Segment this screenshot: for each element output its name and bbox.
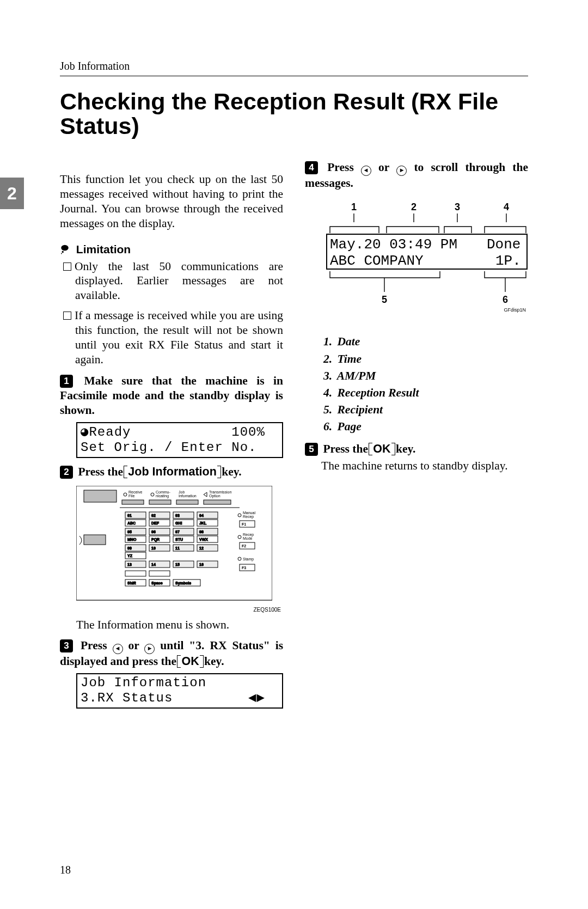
svg-marker-16 [204,492,207,497]
svg-text:Transmission: Transmission [209,490,231,494]
left-arrow-icon: ◂ [113,644,123,654]
figure-code: ZEQS100E [76,607,281,613]
callout-label: Time [338,352,362,365]
svg-text:Receive: Receive [128,490,142,494]
svg-text:GFdisp1N: GFdisp1N [504,307,526,313]
left-column: This function let you check up on the la… [60,160,283,713]
svg-text:GHI: GHI [175,521,182,525]
svg-text:Mode: Mode [243,536,253,540]
limitation-list: Only the last 50 communications are disp… [60,259,283,367]
svg-text:01: 01 [127,514,132,517]
svg-point-89 [238,557,241,560]
svg-text:ABC: ABC [127,521,136,525]
callout-item: 4. Reception Result [323,385,528,401]
svg-text:May.20 03:49 PM: May.20 03:49 PM [330,236,457,253]
svg-text:Option: Option [209,494,220,498]
limitation-text: Only the last 50 communications are disp… [75,260,283,302]
svg-text:10: 10 [151,546,156,550]
callout-item: 6. Page [323,418,528,435]
svg-rect-72 [149,571,170,576]
svg-text:Manual: Manual [243,511,255,515]
svg-text:Recep: Recep [243,515,254,519]
bullet-box-icon [63,263,71,271]
limitation-item: Only the last 50 communications are disp… [60,259,283,303]
svg-text:PQR: PQR [151,538,160,542]
svg-text:05: 05 [127,530,132,534]
right-arrow-icon: ▸ [396,166,407,176]
after-panel-text: The Information menu is shown. [76,618,283,632]
svg-text:11: 11 [175,546,180,550]
limitation-label: Limitation [76,243,131,255]
lcd-percent: 100% [231,425,265,440]
svg-text:15: 15 [175,563,180,566]
callout-item: 5. Recipient [323,401,528,418]
svg-text:Done: Done [487,236,520,253]
svg-text:F3: F3 [242,566,246,570]
callout-item: 2. Time [323,351,528,368]
svg-text:13: 13 [127,563,132,566]
svg-text:2: 2 [411,202,416,212]
ok-key: OK [179,654,201,669]
step-2-suffix: key. [219,465,242,478]
callout-list: 1. Date 2. Time 3. AM/PM 4. Reception Re… [321,333,528,435]
svg-text:12: 12 [199,546,204,550]
svg-text:Infomation: Infomation [179,494,197,498]
svg-text:5: 5 [382,294,387,305]
svg-text:6: 6 [503,294,508,305]
lcd-line2: 3.RX Status [81,691,173,705]
svg-point-9 [151,493,154,496]
bullet-box-icon [63,312,71,320]
svg-text:3: 3 [455,202,460,212]
svg-text:Commu-: Commu- [156,490,171,494]
step-3-suffix: key. [201,655,224,668]
step-4-mid: or [371,161,396,174]
svg-text:File: File [128,494,134,498]
svg-text:04: 04 [199,514,204,517]
step-2: 2 Press the Job Information key. Receive… [60,465,283,632]
step-1-text: Make sure that the machine is in Facsimi… [60,374,283,417]
step-number-badge: 3 [60,639,73,652]
svg-text:DEF: DEF [151,521,160,525]
svg-point-84 [238,535,241,539]
step-5-body: The machine returns to standby display. [321,459,528,473]
section-tab: 2 [0,178,24,209]
lcd-ready-display: ◕Ready 100% Set Orig. / Enter No. [76,422,283,458]
svg-rect-19 [204,500,231,504]
callout-label: Date [338,335,360,348]
step-3: 3 Press ◂ or ▸ until "3. RX Status" is d… [60,638,283,709]
step-5-suffix: key. [393,442,416,455]
page-number: 18 [60,864,71,876]
step-3-part1: Press [81,639,113,652]
running-head: Job Information [60,60,528,72]
svg-point-79 [238,514,241,517]
job-information-key: Job Information [126,465,218,479]
rx-display-figure: 1 2 3 4 [321,200,528,328]
limitation-item: If a message is received while you are u… [60,308,283,367]
svg-point-1 [62,251,64,252]
svg-rect-93 [84,535,106,545]
callout-label: AM/PM [337,369,376,382]
callout-item: 3. AM/PM [323,368,528,385]
page-title: Checking the Reception Result (RX File S… [60,89,528,138]
intro-paragraph: This function let you check up on the la… [60,172,283,231]
svg-point-5 [124,493,127,496]
header-rule [60,76,528,76]
svg-text:09: 09 [127,546,132,550]
step-2-prefix: Press the [78,465,126,478]
svg-text:Space: Space [151,581,163,585]
step-4-part1: Press [327,161,361,174]
svg-text:02: 02 [151,514,156,517]
svg-rect-8 [122,500,144,504]
step-number-badge: 5 [305,443,318,456]
step-1: 1 Make sure that the machine is in Facsi… [60,374,283,458]
svg-text:08: 08 [199,530,204,534]
svg-text:VWX: VWX [199,538,208,541]
svg-rect-15 [176,500,198,504]
svg-text:JKL: JKL [199,521,207,525]
limitation-text: If a message is received while you are u… [75,309,283,366]
lcd-prompt: Set Orig. / Enter No. [81,440,256,455]
callout-label: Page [338,420,362,433]
step-5: 5 Press the OK key. The machine returns … [305,442,528,473]
svg-text:Job: Job [179,490,185,494]
control-panel-figure: ReceiveFile Commu-nicating JobInfomation [76,486,283,613]
